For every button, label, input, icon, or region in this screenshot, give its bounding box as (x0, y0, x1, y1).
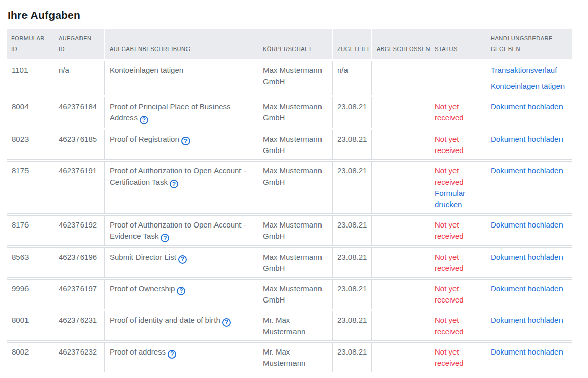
table-row: 1101 n/a Kontoeinlagen tätigen Max Muste… (7, 61, 572, 95)
page-container: Ihre Aufgaben FORMULAR-ID AUFGABEN-ID AU… (0, 0, 588, 374)
cell-koerperschaft: Mr. Max Mustermann (258, 342, 332, 372)
task-description: Proof of identity and date of birth (110, 316, 220, 324)
action-link-transaktionsverlauf[interactable]: Transaktionsverlauf (491, 65, 567, 76)
action-link-dokument-hochladen[interactable]: Dokument hochladen (491, 134, 567, 145)
action-link-dokument-hochladen[interactable]: Dokument hochladen (491, 283, 567, 294)
cell-formular-id: 8176 (7, 215, 54, 246)
help-icon[interactable]: ? (181, 137, 190, 145)
help-icon[interactable]: ? (177, 287, 185, 295)
cell-koerperschaft: Max Mustermann GmbH (258, 215, 332, 246)
help-icon[interactable]: ? (140, 116, 148, 124)
action-link-dokument-hochladen[interactable]: Dokument hochladen (491, 251, 567, 263)
status-text: Not yet received (435, 316, 464, 336)
status-text: Not yet received (435, 102, 464, 122)
cell-zugeteilt: 23.08.21 (332, 130, 371, 160)
cell-status: Not yet received (430, 215, 486, 246)
cell-koerperschaft: Max Mustermann GmbH (258, 247, 332, 278)
cell-actions: Dokument hochladen (486, 130, 572, 160)
cell-status: Not yet received (430, 279, 486, 309)
cell-actions: Dokument hochladen (486, 215, 572, 246)
cell-actions: Dokument hochladen (486, 311, 572, 341)
cell-koerperschaft: Max Mustermann GmbH (258, 97, 332, 128)
status-text: Not yet received (435, 166, 464, 186)
cell-formular-id: 8023 (7, 130, 54, 160)
cell-formular-id: 8004 (7, 97, 54, 128)
action-link-dokument-hochladen[interactable]: Dokument hochladen (491, 101, 567, 112)
page-title: Ihre Aufgaben (8, 9, 581, 21)
cell-zugeteilt: 23.08.21 (332, 247, 371, 278)
cell-aufgaben-id: n/a (54, 61, 104, 95)
cell-abgeschlossen (371, 247, 430, 278)
cell-beschreibung: Submit Director List? (104, 247, 258, 278)
cell-zugeteilt: 23.08.21 (332, 215, 371, 246)
column-header-abgeschlossen: ABGESCHLOSSEN (371, 29, 430, 59)
cell-status: Not yet received (430, 247, 486, 278)
action-link-dokument-hochladen[interactable]: Dokument hochladen (491, 165, 567, 177)
table-row: 8002 462376232 Proof of address? Mr. Max… (7, 342, 572, 372)
status-text: Not yet received (435, 284, 464, 304)
cell-aufgaben-id: 462376232 (54, 342, 104, 372)
cell-beschreibung: Proof of Ownership? (104, 279, 258, 309)
cell-zugeteilt: 23.08.21 (332, 161, 371, 214)
cell-status: Not yet received (430, 342, 486, 372)
cell-koerperschaft: Max Mustermann GmbH (258, 130, 332, 160)
status-text: Not yet received (435, 220, 464, 240)
help-icon[interactable]: ? (168, 350, 176, 359)
cell-koerperschaft: Max Mustermann GmbH (258, 279, 332, 309)
column-header-koerperschaft: KÖRPERSCHAFT (258, 29, 332, 59)
help-icon[interactable]: ? (178, 255, 187, 264)
cell-status (430, 61, 486, 95)
cell-abgeschlossen (371, 215, 430, 246)
table-row: 8023 462376185 Proof of Registration? Ma… (7, 130, 572, 160)
cell-aufgaben-id: 462376191 (54, 161, 104, 214)
status-text: Not yet received (435, 135, 464, 155)
cell-actions: Dokument hochladen (486, 342, 572, 372)
table-row: 8563 462376196 Submit Director List? Max… (7, 247, 572, 278)
action-link-dokument-hochladen[interactable]: Dokument hochladen (491, 219, 567, 231)
status-text: Not yet received (435, 253, 464, 272)
action-link-dokument-hochladen[interactable]: Dokument hochladen (491, 346, 567, 358)
cell-koerperschaft: Mr. Max Mustermann (258, 311, 332, 341)
cell-koerperschaft: Max Mustermann GmbH (258, 61, 332, 95)
cell-aufgaben-id: 462376184 (54, 97, 104, 128)
cell-aufgaben-id: 462376196 (54, 247, 104, 278)
action-link-dokument-hochladen[interactable]: Dokument hochladen (491, 315, 567, 326)
table-row: 8004 462376184 Proof of Principal Place … (7, 97, 572, 128)
action-link-kontoeinlagen[interactable]: Kontoeinlagen tätigen (491, 81, 567, 92)
cell-status: Not yet received (430, 130, 486, 160)
tasks-table: FORMULAR-ID AUFGABEN-ID AUFGABENBESCHREI… (7, 27, 572, 374)
task-description: Proof of Ownership (110, 284, 175, 293)
cell-zugeteilt: 23.08.21 (332, 311, 371, 341)
cell-abgeschlossen (371, 61, 430, 95)
cell-beschreibung: Proof of Principal Place of Business Add… (104, 97, 258, 128)
column-header-formular-id: FORMULAR-ID (7, 29, 54, 59)
status-text: Not yet received (435, 347, 464, 367)
cell-aufgaben-id: 462376192 (54, 215, 104, 246)
help-icon[interactable]: ? (161, 234, 169, 242)
cell-abgeschlossen (371, 311, 430, 341)
table-row: 8176 462376192 Proof of Authorization to… (7, 215, 572, 246)
cell-actions: Transaktionsverlauf Kontoeinlagen tätige… (486, 61, 572, 95)
cell-beschreibung: Kontoeinlagen tätigen (104, 61, 258, 95)
table-row: 8175 462376191 Proof of Authorization to… (7, 161, 572, 214)
cell-formular-id: 8001 (7, 311, 54, 341)
task-description: Proof of Registration (110, 135, 179, 143)
cell-actions: Dokument hochladen (486, 247, 572, 278)
column-header-zugeteilt: ZUGETEILT (332, 29, 371, 59)
help-icon[interactable]: ? (170, 180, 178, 188)
task-description: Proof of Authorization to Open Account -… (110, 220, 246, 240)
cell-zugeteilt: 23.08.21 (332, 279, 371, 309)
cell-formular-id: 8563 (7, 247, 54, 278)
column-header-status: STATUS (430, 29, 486, 59)
table-row: 8001 462376231 Proof of identity and dat… (7, 311, 572, 341)
cell-zugeteilt: 23.08.21 (332, 97, 371, 128)
cell-abgeschlossen (371, 130, 430, 160)
column-header-aufgabenbeschreibung: AUFGABENBESCHREIBUNG (104, 29, 258, 59)
task-description: Proof of address (110, 347, 166, 356)
cell-abgeschlossen (371, 342, 430, 372)
task-description: Submit Director List (110, 253, 176, 261)
help-icon[interactable]: ? (222, 318, 231, 327)
cell-actions: Dokument hochladen (486, 161, 572, 214)
cell-koerperschaft: Max Mustermann GmbH (258, 161, 332, 214)
status-action-link-formular-drucken[interactable]: Formular drucken (435, 189, 465, 209)
